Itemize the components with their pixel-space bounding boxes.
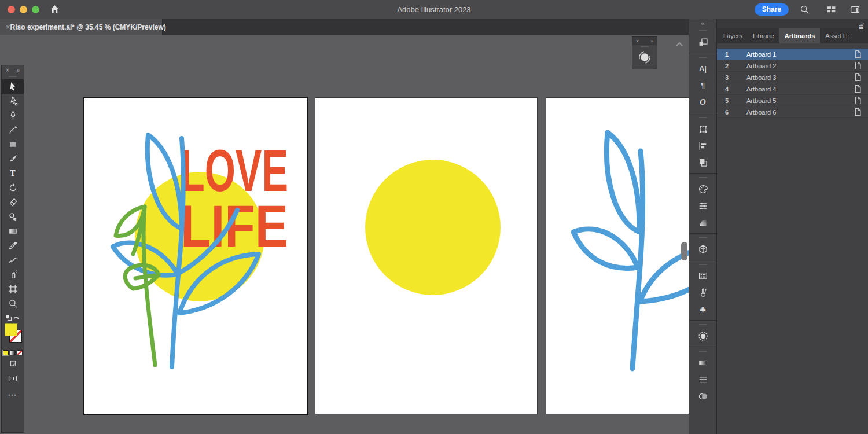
gradient-cone-panel-button[interactable] bbox=[689, 214, 716, 231]
artboard-row[interactable]: 4 Artboard 4 bbox=[717, 83, 868, 95]
artboard-2-artwork[interactable] bbox=[315, 98, 537, 414]
page-icon[interactable] bbox=[847, 73, 868, 82]
zoom-window-button[interactable] bbox=[32, 6, 39, 13]
swap-fill-stroke-icon[interactable] bbox=[13, 315, 20, 321]
none-mode-swatch[interactable] bbox=[17, 350, 23, 355]
scroll-up-button[interactable] bbox=[675, 39, 683, 49]
paragraph-panel-button[interactable]: ¶ bbox=[689, 77, 716, 94]
3d-materials-panel-button[interactable] bbox=[689, 241, 716, 258]
direct-selection-tool[interactable] bbox=[2, 94, 24, 108]
drawing-modes-button[interactable] bbox=[2, 356, 24, 370]
close-document-icon[interactable]: × bbox=[6, 23, 10, 31]
artboard-3[interactable] bbox=[546, 98, 689, 414]
rectangle-tool[interactable] bbox=[2, 137, 24, 152]
collapse-dock-icon[interactable]: « bbox=[689, 19, 716, 29]
artboard-3-artwork[interactable] bbox=[546, 98, 689, 414]
dock-drag-handle[interactable] bbox=[699, 264, 707, 265]
pen-tool[interactable] bbox=[2, 108, 24, 123]
panel-toggle-button[interactable] bbox=[849, 5, 860, 14]
expand-tools-panel-icon[interactable]: » bbox=[16, 67, 20, 73]
panel-tab[interactable]: Artboards bbox=[779, 28, 821, 43]
artboard-name[interactable]: Artboard 2 bbox=[739, 62, 847, 69]
close-floating-panel-icon[interactable]: × bbox=[636, 38, 639, 44]
smooth-tool[interactable] bbox=[2, 253, 24, 267]
character-panel-button[interactable]: A| bbox=[689, 60, 716, 77]
blue-plant-shape[interactable] bbox=[573, 133, 689, 369]
panel-menu-icon[interactable]: ≡ bbox=[859, 19, 863, 35]
type-tool[interactable]: T bbox=[2, 166, 24, 181]
document-tab[interactable]: × Riso experiment.ai* @ 35.45 % (CMYK/Pr… bbox=[0, 19, 163, 35]
dock-drag-handle[interactable] bbox=[699, 351, 707, 352]
curvature-tool[interactable] bbox=[2, 123, 24, 137]
artboard-name[interactable]: Artboard 4 bbox=[739, 86, 847, 93]
close-tools-panel-icon[interactable]: × bbox=[6, 67, 9, 73]
dock-drag-handle[interactable] bbox=[699, 177, 707, 178]
expand-floating-panel-icon[interactable]: » bbox=[650, 38, 653, 44]
gradient-mode-swatch[interactable] bbox=[10, 350, 16, 355]
panel-tab[interactable]: Asset E: bbox=[820, 28, 854, 43]
page-icon[interactable] bbox=[847, 96, 868, 105]
life-text[interactable]: LIFE bbox=[181, 193, 288, 259]
swatches-panel-button[interactable] bbox=[689, 267, 716, 284]
selection-tool[interactable] bbox=[2, 79, 24, 94]
dock-drag-handle[interactable] bbox=[699, 237, 707, 238]
home-button[interactable] bbox=[49, 4, 60, 14]
search-button[interactable] bbox=[800, 5, 810, 14]
share-button[interactable]: Share bbox=[755, 3, 789, 16]
rotate-view-tool-icon[interactable] bbox=[637, 50, 652, 65]
transparency-panel-button[interactable] bbox=[689, 388, 716, 404]
zoom-tool[interactable] bbox=[2, 296, 24, 311]
artboards-panel-button[interactable] bbox=[689, 34, 716, 50]
artboard-row[interactable]: 2 Artboard 2 bbox=[717, 60, 868, 72]
panel-tab[interactable]: Librarie bbox=[748, 28, 779, 43]
vertical-scrollbar-thumb[interactable] bbox=[681, 242, 687, 260]
appearance-panel-button[interactable] bbox=[689, 328, 716, 344]
align-panel-button[interactable] bbox=[689, 137, 716, 154]
more-tools-button[interactable]: ••• bbox=[2, 392, 24, 398]
symbol-sprayer-tool[interactable] bbox=[2, 267, 24, 282]
pathfinder-panel-button[interactable] bbox=[689, 154, 716, 171]
artboard-row[interactable]: 5 Artboard 5 bbox=[717, 95, 868, 106]
page-icon[interactable] bbox=[847, 108, 868, 116]
artboard-tool[interactable] bbox=[2, 282, 24, 296]
eyedropper-tool[interactable] bbox=[2, 238, 24, 253]
rotate-tool[interactable] bbox=[2, 181, 24, 195]
color-panel-button[interactable] bbox=[689, 181, 716, 197]
panel-tab[interactable]: Layers bbox=[718, 28, 748, 43]
brushes-panel-button[interactable] bbox=[689, 284, 716, 301]
page-icon[interactable] bbox=[847, 61, 868, 70]
artboard-1-artwork[interactable]: LOVE LIFE bbox=[84, 98, 307, 414]
artboard-2[interactable] bbox=[315, 98, 537, 414]
color-guide-panel-button[interactable] bbox=[689, 197, 716, 214]
artboard-name[interactable]: Artboard 1 bbox=[739, 51, 847, 58]
artboard-name[interactable]: Artboard 6 bbox=[739, 109, 847, 116]
dock-drag-handle[interactable] bbox=[699, 324, 707, 325]
floating-panel-drag-handle[interactable] bbox=[641, 46, 649, 47]
artboard-row[interactable]: 3 Artboard 3 bbox=[717, 72, 868, 83]
stroke-panel-button[interactable] bbox=[689, 371, 716, 388]
transform-panel-button[interactable] bbox=[689, 120, 716, 137]
gradient-panel-button[interactable] bbox=[689, 354, 716, 371]
canvas-area[interactable]: LOVE LIFE bbox=[0, 35, 689, 434]
fill-color-swatch[interactable] bbox=[5, 323, 17, 336]
minimize-window-button[interactable] bbox=[20, 6, 27, 13]
artboard-row[interactable]: 6 Artboard 6 bbox=[717, 106, 868, 118]
workspace-switcher-button[interactable] bbox=[826, 5, 837, 14]
default-fill-stroke-icon[interactable] bbox=[5, 314, 12, 321]
shape-builder-tool[interactable] bbox=[2, 209, 24, 224]
tools-panel-drag-handle[interactable] bbox=[9, 76, 17, 77]
paintbrush-tool[interactable] bbox=[2, 152, 24, 166]
color-mode-swatch[interactable] bbox=[3, 350, 9, 355]
artboard-1[interactable]: LOVE LIFE bbox=[84, 98, 307, 414]
eraser-tool[interactable] bbox=[2, 195, 24, 209]
yellow-circle-shape[interactable] bbox=[365, 160, 501, 295]
dock-drag-handle[interactable] bbox=[699, 30, 707, 31]
symbols-panel-button[interactable]: ♣ bbox=[689, 301, 716, 318]
close-window-button[interactable] bbox=[8, 6, 15, 13]
page-icon[interactable] bbox=[847, 50, 868, 58]
dock-drag-handle[interactable] bbox=[699, 57, 707, 58]
gradient-tool[interactable] bbox=[2, 224, 24, 238]
artboard-name[interactable]: Artboard 3 bbox=[739, 74, 847, 81]
page-icon[interactable] bbox=[847, 84, 868, 93]
artboard-name[interactable]: Artboard 5 bbox=[739, 97, 847, 104]
